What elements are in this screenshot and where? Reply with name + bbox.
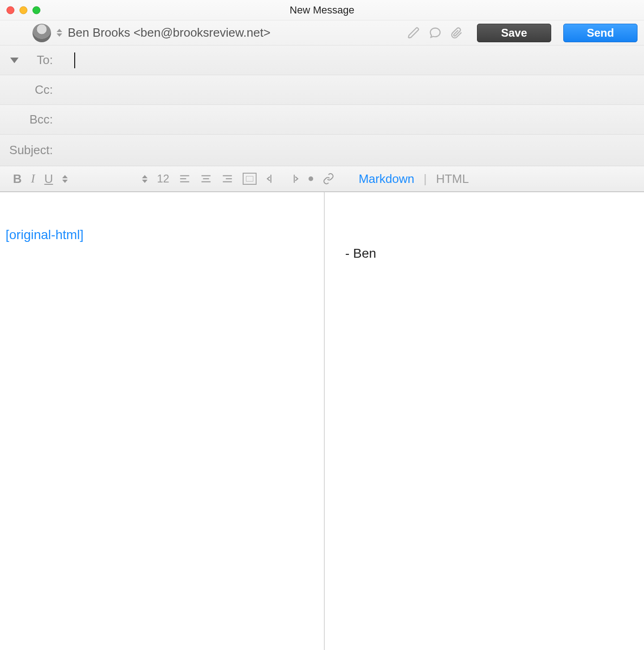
preview-pane[interactable]: - Ben [325, 192, 644, 650]
original-html-tag: [original-html] [6, 228, 84, 242]
cc-label: Cc: [35, 83, 53, 97]
from-row: Ben Brooks <ben@brooksreview.net> Save S… [0, 20, 644, 46]
blockquote-icon[interactable] [243, 173, 257, 185]
from-address[interactable]: Ben Brooks <ben@brooksreview.net> [68, 26, 270, 40]
indent-icon[interactable] [287, 173, 299, 185]
subject-row: Subject: [0, 135, 644, 166]
edit-icon[interactable] [407, 26, 420, 39]
subject-label: Subject: [0, 143, 56, 157]
window-controls [6, 6, 40, 14]
account-picker-stepper[interactable] [57, 29, 62, 37]
fontsize-value: 12 [157, 172, 169, 185]
cc-row: Cc: [0, 75, 644, 105]
mode-html[interactable]: HTML [436, 172, 469, 186]
to-row: To: [0, 46, 644, 75]
underline-button[interactable]: U [44, 172, 53, 186]
to-label: To: [37, 53, 53, 67]
window-title: New Message [290, 4, 354, 16]
window-titlebar: New Message [0, 0, 644, 20]
to-input[interactable] [75, 46, 644, 75]
minimize-window-button[interactable] [19, 6, 27, 14]
link-icon[interactable] [322, 173, 335, 185]
bullet-list-icon[interactable] [309, 176, 313, 181]
signature-text: - Ben [345, 246, 376, 260]
save-button[interactable]: Save [477, 24, 551, 42]
body-area: [original-html] - Ben [0, 192, 644, 650]
bcc-label: Bcc: [29, 112, 53, 127]
fontsize-stepper[interactable] [142, 175, 148, 183]
source-pane[interactable]: [original-html] [0, 192, 325, 650]
stamp-icon[interactable] [429, 26, 442, 39]
format-toolbar: B I U 12 Markdown | HTML [0, 166, 644, 192]
cc-input[interactable] [56, 75, 644, 104]
bcc-row: Bcc: [0, 105, 644, 135]
attachment-icon[interactable] [450, 26, 463, 39]
bold-button[interactable]: B [13, 172, 22, 186]
mode-markdown[interactable]: Markdown [359, 172, 414, 186]
avatar [32, 24, 51, 42]
align-right-icon[interactable] [221, 173, 233, 185]
style-stepper[interactable] [62, 175, 68, 183]
align-left-icon[interactable] [179, 173, 191, 185]
align-center-icon[interactable] [200, 173, 212, 185]
recipients-toggle-icon[interactable] [10, 58, 19, 63]
close-window-button[interactable] [6, 6, 14, 14]
send-button[interactable]: Send [563, 24, 638, 42]
zoom-window-button[interactable] [32, 6, 40, 14]
outdent-icon[interactable] [266, 173, 278, 185]
subject-input[interactable] [56, 135, 644, 166]
mode-divider: | [424, 172, 427, 186]
bcc-input[interactable] [56, 105, 644, 134]
italic-button[interactable]: I [31, 172, 35, 186]
